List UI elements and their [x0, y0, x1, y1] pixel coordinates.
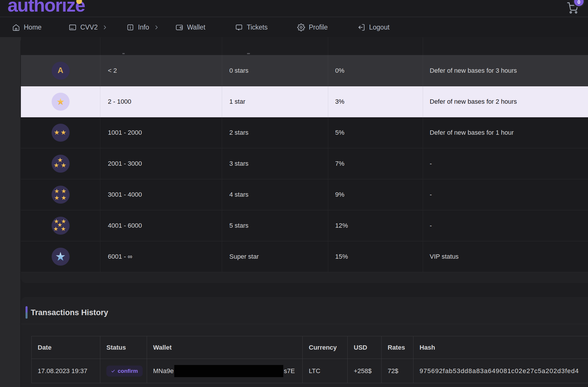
percent-cell: 12% — [328, 210, 423, 241]
four-stars-icon — [52, 186, 70, 204]
logo[interactable]: authorize — [8, 0, 85, 14]
home-icon — [12, 23, 20, 31]
rank-icon-cell — [21, 210, 100, 241]
info-cell: Defer of new bases for 1 hour — [423, 117, 588, 148]
stars-cell: 2 stars — [222, 117, 328, 148]
star-icon — [54, 162, 59, 169]
rank-icon-cell — [21, 86, 100, 117]
star-icon — [61, 226, 66, 232]
column-header-status: Status — [100, 336, 147, 359]
info-icon — [126, 23, 134, 31]
tickets-icon — [235, 23, 243, 31]
rating-row[interactable]: A < 2 0 stars 0% Defer of new bases for … — [21, 55, 588, 86]
percent-cell: 5% — [328, 117, 423, 148]
gear-icon — [297, 23, 305, 31]
top-header: authorize 0 — [0, 0, 588, 17]
nav-item-wallet[interactable]: Wallet — [175, 17, 205, 37]
info-cell: Defer of new bases for 2 hours — [423, 86, 588, 117]
nav-item-profile[interactable]: Profile — [297, 17, 328, 37]
transactions-table: Date Status Wallet Currency USD Rates Ha… — [31, 336, 588, 383]
range-cell: 3001 - 4000 — [100, 179, 222, 210]
one-star-icon — [52, 93, 70, 111]
star-icon — [54, 129, 60, 136]
column-header-currency: Currency — [303, 336, 348, 359]
rating-row[interactable]: 6001 - ∞ Super star 15% VIP status — [21, 241, 588, 272]
range-cell: 2 - 1000 — [100, 86, 222, 117]
range-cell: < 2 — [100, 55, 222, 86]
column-header-hash: Hash — [413, 336, 588, 359]
chevron-right-icon — [154, 17, 159, 37]
header-text-remnant — [122, 53, 125, 54]
letter-a-avatar: A — [52, 62, 70, 80]
nav-item-label: Info — [138, 23, 149, 31]
info-cell: - — [423, 148, 588, 179]
rank-icon-cell — [21, 117, 100, 148]
star-icon — [54, 195, 60, 201]
nav-item-label: CVV2 — [80, 23, 98, 31]
percent-cell: 15% — [328, 241, 423, 272]
wallet-redacted-box — [174, 365, 283, 377]
check-icon — [111, 369, 115, 373]
stars-cell: 4 stars — [222, 179, 328, 210]
header-text-remnant — [247, 53, 250, 54]
column-header-date: Date — [32, 336, 100, 359]
column-header-wallet: Wallet — [147, 336, 303, 359]
star-icon — [61, 162, 67, 169]
rank-icon-cell — [21, 179, 100, 210]
nav-item-tickets[interactable]: Tickets — [235, 17, 268, 37]
nav-item-cvv2[interactable]: CVV2 — [69, 17, 98, 37]
five-stars-icon — [52, 217, 70, 235]
super-star-icon — [52, 248, 70, 266]
transaction-hash: 975692fab53dd8a83a649081c02e27c5a202d3fe… — [420, 367, 579, 375]
section-divider — [21, 324, 588, 324]
wallet-address-prefix: MNa9e — [153, 367, 174, 375]
nav-bar: Home CVV2 Info Wallet Tickets Profile — [0, 17, 588, 37]
range-cell: 4001 - 6000 — [100, 210, 222, 241]
percent-cell: 7% — [328, 148, 423, 179]
transaction-usd: +258$ — [348, 359, 382, 383]
star-icon — [56, 97, 65, 106]
range-cell: 6001 - ∞ — [100, 241, 222, 272]
nav-item-logout[interactable]: Logout — [357, 17, 389, 37]
nav-item-info[interactable]: Info — [126, 17, 149, 37]
info-cell: VIP status — [423, 241, 588, 272]
column-divider — [222, 37, 222, 55]
info-cell: - — [423, 179, 588, 210]
logout-icon — [357, 23, 365, 31]
stars-cell: Super star — [222, 241, 328, 272]
transaction-wallet-cell: MNa9e s7E — [147, 359, 303, 383]
star-icon — [61, 195, 67, 201]
wallet-icon — [175, 23, 183, 31]
column-divider — [328, 37, 328, 55]
star-icon — [55, 251, 66, 263]
stars-cell: 3 stars — [222, 148, 328, 179]
rating-row[interactable]: 1001 - 2000 2 stars 5% Defer of new base… — [21, 117, 588, 148]
star-icon — [53, 226, 59, 232]
info-cell: Defer of new bases for 3 hours — [423, 55, 588, 86]
ratings-card: A < 2 0 stars 0% Defer of new bases for … — [21, 37, 588, 283]
percent-cell: 0% — [328, 55, 423, 86]
rank-icon-cell — [21, 241, 100, 272]
transaction-hash-cell: 975692fab53dd8a83a649081c02e27c5a202d3fe… — [413, 359, 588, 383]
transaction-rates: 72$ — [382, 359, 413, 383]
stars-cell: 5 stars — [222, 210, 328, 241]
rank-icon-cell — [21, 148, 100, 179]
chevron-right-icon — [102, 17, 108, 37]
nav-item-label: Logout — [369, 23, 389, 31]
nav-item-label: Home — [24, 23, 41, 31]
transactions-card: Transactions History Date Status Wallet … — [21, 297, 588, 387]
section-accent-bar — [26, 306, 28, 319]
rating-row[interactable]: 2 - 1000 1 star 3% Defer of new bases fo… — [21, 86, 588, 117]
ratings-table-header-clipped — [21, 37, 588, 55]
cart-button[interactable]: 0 — [565, 0, 587, 17]
range-cell: 2001 - 3000 — [100, 148, 222, 179]
star-icon — [61, 188, 67, 194]
star-icon — [54, 188, 60, 194]
rating-row[interactable]: 3001 - 4000 4 stars 9% - — [21, 179, 588, 210]
rating-row[interactable]: 2001 - 3000 3 stars 7% - — [21, 148, 588, 179]
nav-item-label: Tickets — [247, 23, 268, 31]
three-stars-icon — [52, 155, 70, 173]
nav-item-home[interactable]: Home — [12, 17, 41, 37]
rating-row[interactable]: 4001 - 6000 5 stars 12% - — [21, 210, 588, 241]
column-header-rates: Rates — [382, 336, 413, 359]
